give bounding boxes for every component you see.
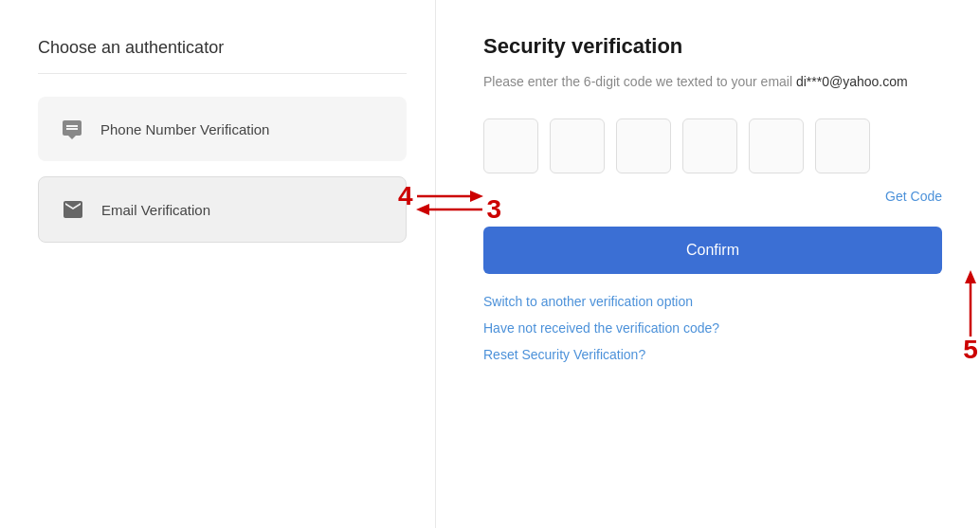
annotation-5-number: 5	[963, 337, 978, 363]
reset-security-row: Reset Security Verification?	[483, 346, 942, 363]
email-option-wrapper: Email Verification 3	[38, 176, 407, 243]
links-wrapper: Switch to another verification option Ha…	[483, 293, 942, 363]
chat-icon	[57, 114, 87, 144]
email-auth-label: Email Verification	[101, 202, 210, 218]
code-inputs-row	[483, 118, 942, 173]
code-input-6[interactable]	[815, 118, 870, 173]
code-input-3[interactable]	[616, 118, 671, 173]
switch-verification-row: Switch to another verification option	[483, 293, 942, 310]
switch-verification-link[interactable]: Switch to another verification option	[483, 294, 693, 309]
svg-marker-5	[965, 270, 976, 283]
phone-auth-option[interactable]: Phone Number Verification	[38, 97, 407, 161]
not-received-row: Have not received the verification code?	[483, 319, 942, 337]
confirm-button[interactable]: Confirm	[483, 227, 942, 274]
security-verification-title: Security verification	[483, 34, 942, 59]
reset-security-link[interactable]: Reset Security Verification?	[483, 347, 645, 362]
email-address: di***0@yahoo.com	[796, 74, 908, 89]
email-auth-option[interactable]: Email Verification	[38, 176, 407, 243]
left-panel-title: Choose an authenticator	[38, 38, 407, 74]
right-panel: Security verification Please enter the 6…	[436, 0, 980, 528]
get-code-wrapper: Get Code 4	[483, 189, 942, 204]
code-input-5[interactable]	[749, 118, 804, 173]
svg-marker-1	[416, 204, 429, 215]
left-panel: Choose an authenticator Phone Number Ver…	[0, 0, 436, 528]
get-code-link[interactable]: Get Code	[885, 189, 942, 204]
phone-auth-label: Phone Number Verification	[100, 121, 269, 137]
not-received-link[interactable]: Have not received the verification code?	[483, 320, 719, 336]
code-input-2[interactable]	[550, 118, 605, 173]
svg-marker-3	[470, 191, 483, 202]
security-subtitle: Please enter the 6-digit code we texted …	[483, 72, 942, 92]
code-input-4[interactable]	[682, 118, 737, 173]
subtitle-text: Please enter the 6-digit code we texted …	[483, 74, 796, 89]
email-icon	[58, 194, 88, 225]
code-input-1[interactable]	[483, 118, 538, 173]
get-code-row: Get Code	[483, 189, 942, 204]
annotation-5: 5	[961, 270, 980, 363]
